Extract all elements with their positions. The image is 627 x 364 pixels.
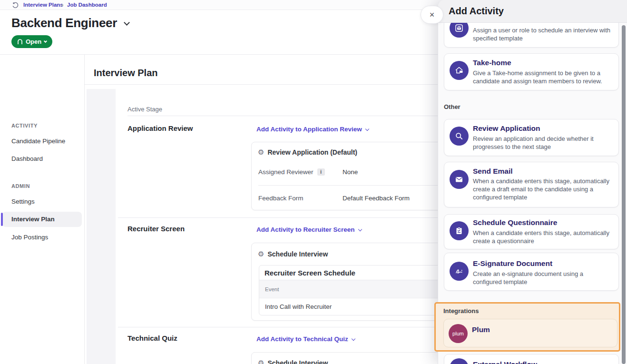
- field-value-assigned-reviewer: None: [343, 168, 358, 176]
- sidebar-item-interview-plan[interactable]: Interview Plan: [11, 216, 55, 223]
- stage-rail: [87, 89, 116, 364]
- main-title-divider: [85, 84, 438, 85]
- breadcrumb-link-job-dashboard[interactable]: Job Dashboard: [67, 2, 107, 8]
- envelope-icon: [450, 170, 469, 189]
- activity-card-title: Schedule Interview: [267, 250, 328, 258]
- clipboard-icon: [450, 221, 469, 240]
- signature-icon: [450, 262, 469, 281]
- activity-option-title: E-Signature Document: [473, 259, 552, 268]
- activity-option-review-application[interactable]: Review Application Review an application…: [444, 119, 619, 156]
- activity-option-take-home[interactable]: Take-home Give a Take-home assignment to…: [444, 53, 619, 90]
- gear-icon[interactable]: ⚙: [258, 250, 264, 258]
- gear-icon[interactable]: ⚙: [258, 359, 264, 364]
- activity-option-title: Send Email: [473, 167, 513, 176]
- panel-header: Add Activity: [438, 0, 627, 23]
- breadcrumb-separator: [61, 4, 63, 6]
- add-activity-link-technical-quiz[interactable]: Add Activity to Technical Quiz: [256, 335, 355, 343]
- gear-icon[interactable]: ⚙: [258, 148, 264, 157]
- chevron-down-icon: [358, 227, 362, 231]
- chevron-down-icon: [352, 337, 355, 341]
- schedule-subcard: Recruiter Screen Schedule Event Intro Ca…: [259, 265, 445, 315]
- workflow-icon: [450, 358, 469, 364]
- sidebar-item-settings[interactable]: Settings: [11, 198, 35, 205]
- stage-name-recruiter-screen: Recruiter Screen: [127, 225, 185, 233]
- activity-option-external-workflow[interactable]: External Workflow: [444, 354, 619, 364]
- activity-option-title: Schedule Questionnaire: [473, 218, 557, 227]
- job-title-dropdown[interactable]: Backend Engineer: [11, 16, 129, 30]
- card-row-divider: [258, 185, 446, 186]
- panel-section-integrations: Integrations: [443, 307, 479, 315]
- activity-option-description: Assign a user or role to schedule an int…: [473, 26, 614, 42]
- search-icon: [450, 127, 469, 146]
- panel-section-other: Other: [444, 103, 460, 110]
- close-icon: ×: [430, 10, 435, 20]
- panel-title: Add Activity: [449, 6, 504, 17]
- activity-option-send-email[interactable]: Send Email When a candidate enters this …: [444, 162, 619, 207]
- activity-card-title: Review Application (Default): [267, 148, 357, 156]
- chevron-down-icon: [365, 127, 369, 131]
- stage-name-application-review: Application Review: [127, 124, 193, 132]
- take-home-icon: [450, 61, 469, 80]
- integrations-highlight-box: Integrations plum Plum: [434, 302, 620, 352]
- job-title: Backend Engineer: [11, 16, 117, 30]
- field-value-feedback-form: Default Feedback Form: [343, 195, 410, 202]
- activity-card-header: ⚙ Schedule Interview: [258, 250, 328, 258]
- info-icon[interactable]: i: [317, 168, 325, 176]
- job-status-label: Open: [26, 38, 41, 45]
- close-panel-button[interactable]: ×: [421, 6, 443, 24]
- activity-card-header: ⚙ Schedule Interview: [258, 359, 328, 364]
- activity-option-description: Create an e-signature document using a c…: [473, 270, 614, 286]
- active-stage-label: Active Stage: [127, 106, 162, 113]
- activity-option-title: Take-home: [473, 59, 511, 67]
- sidebar-section-activity: ACTIVITY: [11, 123, 38, 128]
- sidebar-item-job-postings[interactable]: Job Postings: [11, 234, 48, 241]
- sidebar-item-dashboard[interactable]: Dashboard: [11, 155, 43, 162]
- activity-option-plum[interactable]: plum Plum: [443, 319, 617, 347]
- activity-card-schedule-interview: ⚙ Schedule Interview Recruiter Screen Sc…: [251, 243, 445, 321]
- page-title: Interview Plan: [94, 68, 158, 79]
- add-activity-link-application-review[interactable]: Add Activity to Application Review: [256, 126, 369, 133]
- activity-option-e-signature[interactable]: E-Signature Document Create an e-signatu…: [444, 253, 619, 291]
- breadcrumb-link-interview-plans[interactable]: Interview Plans: [23, 2, 63, 8]
- job-opening-icon: [17, 39, 23, 45]
- activity-option-description: When a candidate enters this stage, auto…: [473, 177, 614, 201]
- chevron-down-icon: [44, 39, 47, 42]
- activity-card-header: ⚙ Review Application (Default): [258, 148, 357, 157]
- stage-name-technical-quiz: Technical Quiz: [127, 334, 177, 342]
- activity-card-review-application: ⚙ Review Application (Default) Assigned …: [251, 142, 445, 210]
- activity-option-description: Give a Take-home assignment to be given …: [473, 69, 614, 85]
- sidebar-selected-indicator: [1, 213, 3, 226]
- plum-logo: plum: [449, 324, 468, 343]
- activity-option-title: Plum: [472, 325, 490, 334]
- active-stage-divider: [127, 116, 438, 116]
- history-icon[interactable]: [12, 2, 19, 9]
- activity-option-description: When a candidate enters this stage, auto…: [473, 229, 614, 245]
- activity-option-schedule-questionnaire[interactable]: Schedule Questionnaire When a candidate …: [444, 214, 619, 249]
- activity-card-title: Schedule Interview: [267, 359, 328, 364]
- chevron-down-icon: [124, 20, 130, 26]
- stage-divider: [118, 327, 438, 327]
- sidebar-section-admin: ADMIN: [11, 183, 30, 189]
- sidebar: ACTIVITY Candidate Pipeline Dashboard AD…: [0, 55, 85, 364]
- activity-card-schedule-interview-2: ⚙ Schedule Interview: [251, 352, 445, 364]
- activity-option-title: Review Application: [473, 124, 540, 133]
- activity-option-description: Review an application and decide whether…: [473, 135, 614, 151]
- stage-divider: [118, 217, 438, 218]
- schedule-title: Recruiter Screen Schedule: [259, 266, 445, 280]
- panel-scrollbar-thumb[interactable]: [622, 25, 626, 364]
- field-label-assigned-reviewer: Assigned Revieweri: [258, 168, 325, 176]
- job-status-button[interactable]: Open: [11, 35, 52, 48]
- field-label-feedback-form: Feedback Form: [258, 195, 304, 202]
- schedule-field-label: Event: [259, 280, 445, 298]
- schedule-field-value[interactable]: Intro Call with Recruiter: [259, 298, 445, 315]
- sidebar-item-candidate-pipeline[interactable]: Candidate Pipeline: [11, 138, 65, 145]
- activity-option-title: External Workflow: [473, 360, 537, 364]
- add-activity-link-recruiter-screen[interactable]: Add Activity to Recruiter Screen: [256, 226, 362, 233]
